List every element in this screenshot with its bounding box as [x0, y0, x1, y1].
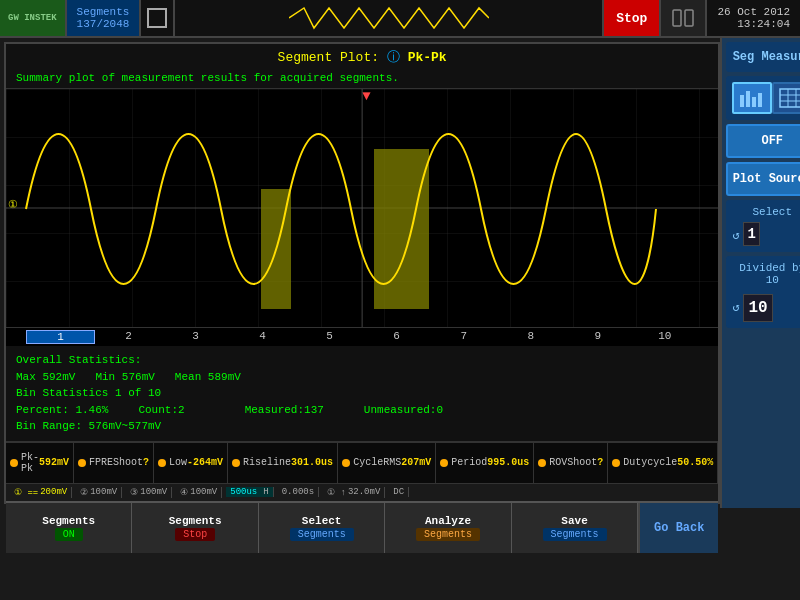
btn-status-on: ON [55, 528, 83, 541]
segments-on-button[interactable]: Segments ON [6, 503, 132, 553]
table-icon[interactable] [772, 82, 800, 114]
stat-percent: Percent: 1.46% [16, 402, 108, 419]
divided-by-value: 10 [743, 294, 772, 322]
btn-label-save: Save [561, 515, 587, 527]
stat-count: Count:2 [138, 402, 184, 419]
bin-10[interactable]: 10 [631, 330, 698, 344]
ch-right-scale: ① ↑ 32.0mV [323, 487, 385, 498]
ch2-scale-1: ② 100mV [76, 487, 122, 498]
svg-rect-10 [758, 93, 762, 107]
btn-label-segments-on: Segments [42, 515, 95, 527]
scale-bar: ① == 200mV ② 100mV ③ 100mV ④ 100mV 500us… [6, 483, 718, 501]
ch2-scale-3: ④ 100mV [176, 487, 222, 498]
divided-by-label: Divided by 10 [732, 262, 800, 286]
meas-rovshoot: ROVShoot ? [534, 443, 608, 483]
meas-period: Period 995.0us [436, 443, 534, 483]
btn-label-segments-stop: Segments [169, 515, 222, 527]
svg-rect-9 [752, 97, 756, 107]
seg-measure-title: Seg Measure [726, 42, 800, 72]
meas-cyclerms: CycleRMS 207mV [338, 443, 436, 483]
bin-6[interactable]: 6 [363, 330, 430, 344]
info-icon: ⓘ [387, 50, 400, 65]
run-icon [661, 0, 707, 36]
stat-mean: Mean 589mV [175, 369, 241, 386]
btn-status-stop: Stop [175, 528, 215, 541]
grid-svg [6, 89, 718, 327]
svg-rect-0 [673, 10, 681, 26]
waveform-square [141, 0, 175, 36]
segments-stop-button[interactable]: Segments Stop [132, 503, 258, 553]
measurements-bar: Pk-Pk 592mV FPREShoot ? Low -264mV Risel… [6, 441, 718, 483]
segments-count: 137/2048 [77, 18, 130, 30]
bin-8[interactable]: 8 [497, 330, 564, 344]
stat-unmeasured: Unmeasured:0 [364, 402, 443, 419]
bin-3[interactable]: 3 [162, 330, 229, 344]
bottom-bar: Segments ON Segments Stop Select Segment… [6, 501, 718, 553]
svg-rect-6 [374, 149, 429, 309]
display-mode-row [726, 76, 800, 120]
svg-rect-1 [685, 10, 693, 26]
select-area: Select ↺ 1 [726, 200, 800, 252]
logo-sub: GW INSTEK [8, 13, 57, 23]
stats-area: Overall Statistics: Max 592mV Min 576mV … [6, 346, 718, 441]
stop-button[interactable]: Stop [604, 0, 661, 36]
datetime-display: 26 Oct 2012 13:24:04 [707, 0, 800, 36]
ch2-scale-2: ③ 100mV [126, 487, 172, 498]
btn-label-analyze: Analyze [425, 515, 471, 527]
coupling: DC [389, 487, 409, 497]
svg-rect-11 [780, 89, 800, 107]
btn-label-segments-analyze: Segments [416, 528, 480, 541]
meas-riseline: Riseline 301.0us [228, 443, 338, 483]
meas-dutycycle: Dutycycle 50.50% [608, 443, 718, 483]
divided-refresh-icon[interactable]: ↺ [732, 300, 739, 315]
meas-pkpk: Pk-Pk 592mV [6, 443, 74, 483]
date: 26 Oct 2012 [717, 6, 790, 18]
btn-label-select: Select [302, 515, 342, 527]
stats-title: Overall Statistics: [16, 352, 708, 369]
segments-label: Segments [77, 6, 130, 18]
plot-title-text: Segment Plot: [278, 50, 379, 65]
select-refresh-icon[interactable]: ↺ [732, 228, 739, 243]
save-segments-button[interactable]: Save Segments [512, 503, 638, 553]
bin-row: 1 2 3 4 5 6 7 8 9 10 [6, 328, 718, 346]
bin-2[interactable]: 2 [95, 330, 162, 344]
analyze-segments-button[interactable]: Analyze Segments [385, 503, 511, 553]
waveform-grid: ▼ ① [6, 88, 718, 328]
waveform-thumbnail [175, 0, 604, 36]
go-back-button[interactable]: Go Back [638, 503, 718, 553]
divided-by-area: Divided by 10 ↺ 10 [726, 256, 800, 328]
plot-source-button[interactable]: Plot Source [726, 162, 800, 196]
select-label: Select [732, 206, 800, 218]
ch1-scale: ① == 200mV [10, 487, 72, 498]
btn-label-segments-save: Segments [543, 528, 607, 541]
bin-4[interactable]: 4 [229, 330, 296, 344]
right-panel: Seg Measure [720, 38, 800, 508]
bin-1[interactable]: 1 [26, 330, 95, 344]
plot-description: Summary plot of measurement results for … [6, 70, 718, 88]
logo: GW INSTEK [0, 0, 67, 36]
stat-max: Max 592mV [16, 369, 75, 386]
plot-title: Segment Plot: ⓘ Pk-Pk [6, 44, 718, 70]
time: 13:24:04 [717, 18, 790, 30]
bin-7[interactable]: 7 [430, 330, 497, 344]
off-button[interactable]: OFF [726, 124, 800, 158]
bin-9[interactable]: 9 [564, 330, 631, 344]
meas-fpreshoot: FPREShoot ? [74, 443, 154, 483]
bar-chart-icon[interactable] [732, 82, 772, 114]
svg-rect-7 [740, 95, 744, 107]
select-value: 1 [743, 222, 759, 246]
segments-info: Segments 137/2048 [67, 0, 142, 36]
stat-bin-range: Bin Range: 576mV~577mV [16, 418, 708, 435]
measurement-type: Pk-Pk [408, 50, 447, 65]
trigger-time: 0.000s [278, 487, 319, 497]
timebase: 500us H [226, 487, 273, 497]
stat-measured: Measured:137 [245, 402, 324, 419]
select-segments-button[interactable]: Select Segments [259, 503, 385, 553]
stat-bin-stats: Bin Statistics 1 of 10 [16, 385, 161, 402]
meas-low: Low -264mV [154, 443, 228, 483]
btn-label-segments-select: Segments [290, 528, 354, 541]
stat-min: Min 576mV [95, 369, 154, 386]
bin-5[interactable]: 5 [296, 330, 363, 344]
svg-rect-8 [746, 91, 750, 107]
